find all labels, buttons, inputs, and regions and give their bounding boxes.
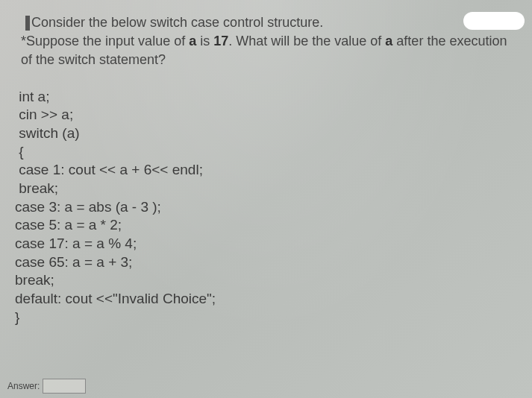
q2-end: after the execution bbox=[392, 34, 507, 48]
question-line-3: of the switch statement? bbox=[21, 51, 525, 69]
code-line: int a; bbox=[15, 88, 525, 107]
code-line: cin >> a; bbox=[15, 106, 525, 124]
answer-label: Answer: bbox=[7, 381, 40, 391]
code-line: default: cout <<"Invalid Choice"; bbox=[15, 290, 525, 309]
q2-mid: is bbox=[196, 34, 213, 48]
code-line: } bbox=[15, 309, 525, 327]
code-line: case 3: a = abs (a - 3 ); bbox=[15, 198, 525, 217]
question-line-1: Consider the below switch case control s… bbox=[25, 13, 525, 32]
q2-bold-17: 17 bbox=[213, 34, 228, 48]
q2-prefix: *Suppose the input value of bbox=[21, 34, 189, 48]
code-line: break; bbox=[15, 271, 525, 290]
q2-bold-a2: a bbox=[385, 34, 392, 48]
code-line: case 5: a = a * 2; bbox=[15, 216, 525, 235]
code-line: { bbox=[15, 143, 525, 162]
code-block: int a; cin >> a; switch (a) { case 1: co… bbox=[15, 88, 525, 327]
answer-row: Answer: bbox=[7, 379, 86, 394]
code-line: case 65: a = a + 3; bbox=[15, 253, 525, 272]
q3-text: of the switch statement? bbox=[21, 52, 166, 67]
answer-input[interactable] bbox=[43, 379, 86, 394]
code-line: break; bbox=[15, 180, 525, 198]
cursor-icon bbox=[25, 16, 30, 31]
code-line: case 17: a = a % 4; bbox=[15, 235, 525, 253]
question-container: Consider the below switch case control s… bbox=[0, 0, 532, 335]
code-line: switch (a) bbox=[15, 124, 525, 143]
q2-after: . What will be the value of bbox=[228, 34, 385, 48]
q2-bold-a: a bbox=[189, 34, 196, 48]
question-text: Consider the below switch case control s… bbox=[15, 13, 525, 70]
code-line: case 1: cout << a + 6<< endl; bbox=[15, 161, 525, 180]
question-line-2: *Suppose the input value of a is 17. Wha… bbox=[21, 32, 525, 51]
q1-text: Consider the below switch case control s… bbox=[31, 15, 323, 30]
